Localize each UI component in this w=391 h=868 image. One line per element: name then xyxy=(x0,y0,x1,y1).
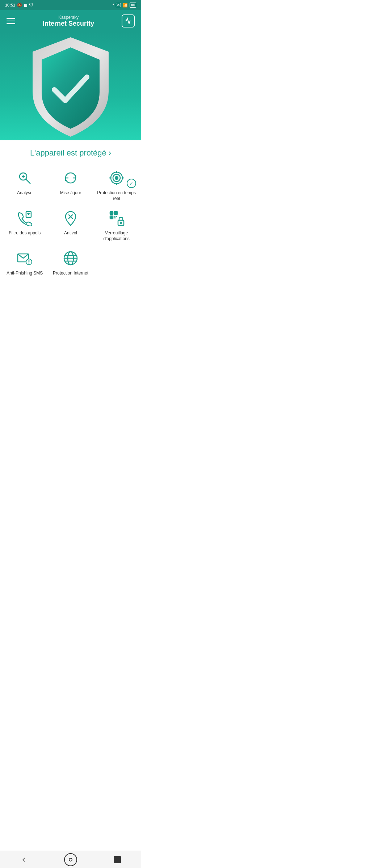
svg-rect-26 xyxy=(114,217,115,218)
features-row-2: Filtre des appels Antivol xyxy=(0,205,141,245)
status-right: * ✕ 📶 80 xyxy=(113,3,136,8)
menu-line-2 xyxy=(7,21,15,22)
protection-internet-label: Protection Internet xyxy=(53,271,88,276)
toolbar: Kaspersky Internet Security xyxy=(0,10,141,32)
svg-point-6 xyxy=(115,176,118,179)
menu-line-1 xyxy=(7,18,15,19)
globe-icon xyxy=(61,249,80,268)
qr-icon: ▦ xyxy=(24,3,27,7)
menu-line-3 xyxy=(7,23,15,24)
feature-mise-a-jour[interactable]: Mise à jour xyxy=(50,169,92,201)
refresh-icon xyxy=(61,169,80,187)
location-x-icon xyxy=(61,209,80,227)
feature-filtre-appels[interactable]: Filtre des appels xyxy=(4,209,46,242)
svg-rect-17 xyxy=(111,212,112,214)
status-bar: 10:51 🔕 ▦ 🛡 * ✕ 📶 80 xyxy=(0,0,141,10)
protected-status-text[interactable]: L'appareil est protégé › xyxy=(7,148,134,158)
protection-check-badge: ✓ xyxy=(127,179,136,188)
qr-lock-icon xyxy=(107,209,126,227)
wifi-icon: 📶 xyxy=(123,3,128,8)
chevron-right-icon: › xyxy=(109,148,111,158)
battery-indicator: 80 xyxy=(130,3,136,8)
feature-anti-phishing-sms[interactable]: Anti-Phishing SMS xyxy=(4,249,46,276)
protection-temps-reel-label: Protection en temps réel xyxy=(95,190,138,201)
mute-icon: 🔕 xyxy=(17,3,22,8)
mail-alert-icon xyxy=(15,249,34,268)
features-row-3: Anti-Phishing SMS Protection Internet xyxy=(0,245,141,284)
svg-rect-25 xyxy=(116,216,117,217)
feature-verrouillage-apps[interactable]: Verrouillage d'applications xyxy=(95,209,138,242)
feature-antivol[interactable]: Antivol xyxy=(50,209,92,242)
monitor-button[interactable] xyxy=(122,14,135,27)
verrouillage-apps-label: Verrouillage d'applications xyxy=(95,230,138,242)
svg-rect-24 xyxy=(114,216,115,217)
app-subtitle: Kaspersky xyxy=(43,15,94,20)
target-icon xyxy=(107,169,126,187)
svg-rect-21 xyxy=(111,217,112,218)
shield-graphic xyxy=(24,34,118,139)
analyse-label: Analyse xyxy=(17,190,33,196)
bluetooth-icon: * xyxy=(113,3,114,7)
app-title: Internet Security xyxy=(43,20,94,27)
features-row-1: Analyse Mise à jour Prote xyxy=(0,161,141,205)
hero-section xyxy=(0,32,141,140)
feature-protection-internet[interactable]: Protection Internet xyxy=(50,249,92,276)
anti-phishing-sms-label: Anti-Phishing SMS xyxy=(7,271,43,276)
phone-block-icon xyxy=(15,209,34,227)
x-icon: ✕ xyxy=(116,3,121,7)
svg-line-1 xyxy=(26,179,30,184)
antivol-label: Antivol xyxy=(64,230,77,236)
header-title-block: Kaspersky Internet Security xyxy=(43,15,94,27)
svg-rect-19 xyxy=(115,212,117,214)
filtre-appels-label: Filtre des appels xyxy=(9,230,41,236)
menu-button[interactable] xyxy=(7,18,15,24)
analyse-icon xyxy=(15,169,34,187)
mise-a-jour-label: Mise à jour xyxy=(60,190,81,196)
status-left: 10:51 🔕 ▦ 🛡 xyxy=(5,3,33,8)
feature-protection-temps-reel[interactable]: Protection en temps réel ✓ xyxy=(95,169,138,201)
shield-status-icon: 🛡 xyxy=(29,3,33,7)
svg-point-30 xyxy=(29,263,29,264)
protected-banner[interactable]: L'appareil est protégé › xyxy=(0,140,141,161)
feature-analyse[interactable]: Analyse xyxy=(4,169,46,201)
svg-point-23 xyxy=(120,222,122,224)
time: 10:51 xyxy=(5,3,15,7)
